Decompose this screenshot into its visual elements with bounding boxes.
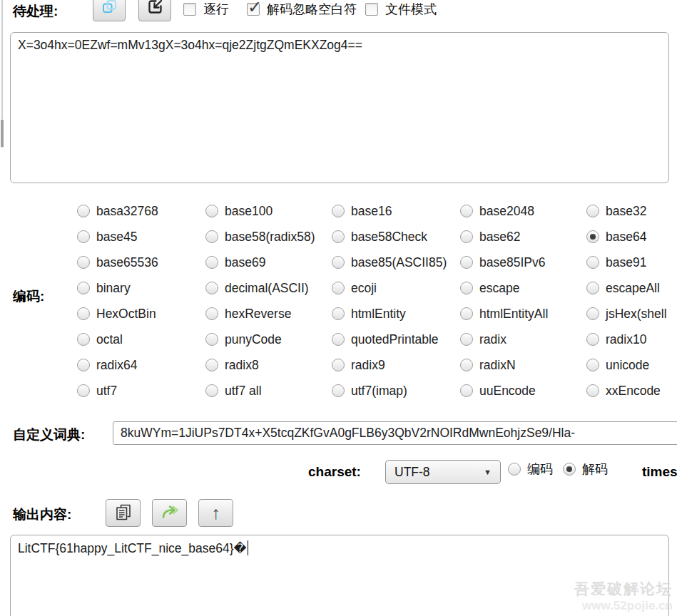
encoding-option-base2048[interactable]: base2048: [460, 198, 586, 224]
encoding-option-escapeAll[interactable]: escapeAll: [586, 275, 677, 301]
radio-icon: [460, 282, 473, 294]
radio-icon: [332, 205, 345, 217]
encoding-option-uuEncode[interactable]: uuEncode: [460, 378, 586, 404]
encoding-option-base69[interactable]: base69: [205, 250, 332, 275]
forward-arrow-icon: [161, 504, 179, 522]
radio-icon: [586, 359, 599, 371]
encoding-option-base45[interactable]: base45: [77, 224, 205, 250]
checkbox-label: 文件模式: [385, 1, 437, 18]
option-label: utf7(imap): [351, 384, 407, 399]
option-label: punyCode: [225, 332, 282, 347]
radio-icon: [77, 205, 90, 217]
encoding-option-radix8[interactable]: radix8: [205, 352, 332, 378]
mode-option-编码[interactable]: 编码: [508, 461, 553, 478]
encoding-option-HexOctBin[interactable]: HexOctBin: [77, 301, 205, 327]
encoding-option-base16[interactable]: base16: [332, 198, 460, 224]
encoding-option-utf7 all[interactable]: utf7 all: [205, 378, 332, 404]
copy-input-button[interactable]: [93, 0, 126, 21]
encoding-option-htmlEntity[interactable]: htmlEntity: [332, 301, 460, 327]
encoding-options-grid: basa32768base100base16base2048base32base…: [77, 198, 677, 404]
encoding-option-ecoji[interactable]: ecoji: [332, 275, 460, 301]
checkbox-解码忽略空白符[interactable]: ✓解码忽略空白符: [247, 1, 357, 17]
import-button[interactable]: [138, 0, 171, 21]
input-textarea[interactable]: X=3o4hx=0EZwf=mMv13gX=3o4hx=qje2ZjtgZQmE…: [10, 32, 669, 183]
check-icon: ✓: [248, 0, 262, 17]
encoding-option-radixN[interactable]: radixN: [460, 352, 586, 378]
encoding-option-binary[interactable]: binary: [77, 275, 205, 301]
times-label: times: [642, 464, 677, 480]
share-output-button[interactable]: [152, 499, 187, 527]
radio-icon: [332, 230, 345, 243]
radio-icon: [205, 256, 218, 269]
radio-icon: [332, 307, 345, 320]
encoding-option-utf7(imap)[interactable]: utf7(imap): [332, 378, 460, 404]
encoding-option-base100[interactable]: base100: [205, 198, 332, 224]
copy-output-button[interactable]: [106, 499, 141, 527]
encoding-option-radix9[interactable]: radix9: [332, 352, 460, 378]
radio-icon: [77, 359, 90, 371]
encoding-option-basa32768[interactable]: basa32768: [77, 198, 205, 224]
radio-icon: [77, 282, 90, 294]
radio-icon: [460, 359, 473, 371]
radio-icon: [332, 282, 345, 294]
option-label: binary: [96, 281, 131, 296]
encoding-option-quotedPrintable[interactable]: quotedPrintable: [332, 327, 460, 352]
checkbox-逐行[interactable]: 逐行: [183, 1, 229, 17]
splitter-handle[interactable]: [1, 120, 4, 147]
charset-dropdown[interactable]: UTF-8 ▼: [385, 460, 501, 484]
encoding-option-radix10[interactable]: radix10: [586, 327, 677, 352]
encoding-option-xxEncode[interactable]: xxEncode: [586, 378, 677, 404]
encoding-label: 编码:: [13, 287, 44, 306]
radio-icon: [77, 384, 90, 397]
encoding-option-jsHex(shell[interactable]: jsHex(shell: [586, 301, 677, 327]
encoding-option-decimal(ASCII)[interactable]: decimal(ASCII): [205, 275, 332, 301]
encoding-option-base58(radix58)[interactable]: base58(radix58): [205, 224, 332, 250]
import-arrow-icon: [146, 0, 164, 18]
radio-icon: [460, 205, 473, 217]
encoding-option-base64[interactable]: base64: [586, 224, 677, 250]
option-label: base64: [606, 230, 646, 245]
encoding-option-radix[interactable]: radix: [460, 327, 586, 352]
up-arrow-icon: ↑: [211, 504, 220, 522]
radio-icon: [586, 384, 599, 397]
option-label: utf7 all: [225, 384, 262, 399]
move-up-button[interactable]: ↑: [198, 499, 233, 527]
encoding-option-base32[interactable]: base32: [586, 198, 677, 224]
option-label: radix64: [96, 358, 137, 373]
encoding-option-base85IPv6[interactable]: base85IPv6: [460, 250, 586, 275]
encoding-option-base65536[interactable]: base65536: [77, 250, 205, 275]
encoding-option-utf7[interactable]: utf7: [77, 378, 205, 404]
charset-label: charset:: [308, 464, 361, 480]
unchecked-checkbox: [365, 3, 378, 16]
encoding-option-base58Check[interactable]: base58Check: [332, 224, 460, 250]
encoding-option-base62[interactable]: base62: [460, 224, 586, 250]
radio-icon: [586, 333, 599, 346]
option-label: utf7: [96, 384, 117, 399]
radio-icon: [586, 307, 599, 320]
radio-icon: [205, 307, 218, 320]
encoding-option-unicode[interactable]: unicode: [586, 352, 677, 378]
encoding-option-punyCode[interactable]: punyCode: [205, 327, 332, 352]
output-textarea[interactable]: LitCTF{61happy_LitCTF_nice_base64}�: [10, 535, 669, 616]
encoding-option-base91[interactable]: base91: [586, 250, 677, 275]
option-label: basa32768: [96, 204, 158, 219]
encoding-option-base85(ASCII85)[interactable]: base85(ASCII85): [332, 250, 460, 275]
radio-icon: [77, 230, 90, 243]
radio-icon: [77, 256, 90, 269]
checkbox-文件模式[interactable]: 文件模式: [365, 1, 437, 17]
option-label: decimal(ASCII): [225, 281, 309, 296]
option-label: radix: [479, 332, 507, 347]
option-label: base45: [96, 230, 137, 245]
encoding-option-radix64[interactable]: radix64: [77, 352, 205, 378]
option-label: radix9: [351, 358, 385, 373]
encoding-option-octal[interactable]: octal: [77, 327, 205, 352]
radio-icon: [205, 230, 218, 243]
copy-icon: [101, 0, 118, 17]
encoding-option-htmlEntityAll[interactable]: htmlEntityAll: [460, 301, 586, 327]
radio-icon: [332, 256, 345, 269]
dictionary-input[interactable]: [113, 421, 677, 445]
encoding-option-escape[interactable]: escape: [460, 275, 586, 301]
mode-option-解码[interactable]: 解码: [563, 461, 608, 478]
option-label: radix8: [225, 358, 259, 373]
encoding-option-hexReverse[interactable]: hexReverse: [205, 301, 332, 327]
